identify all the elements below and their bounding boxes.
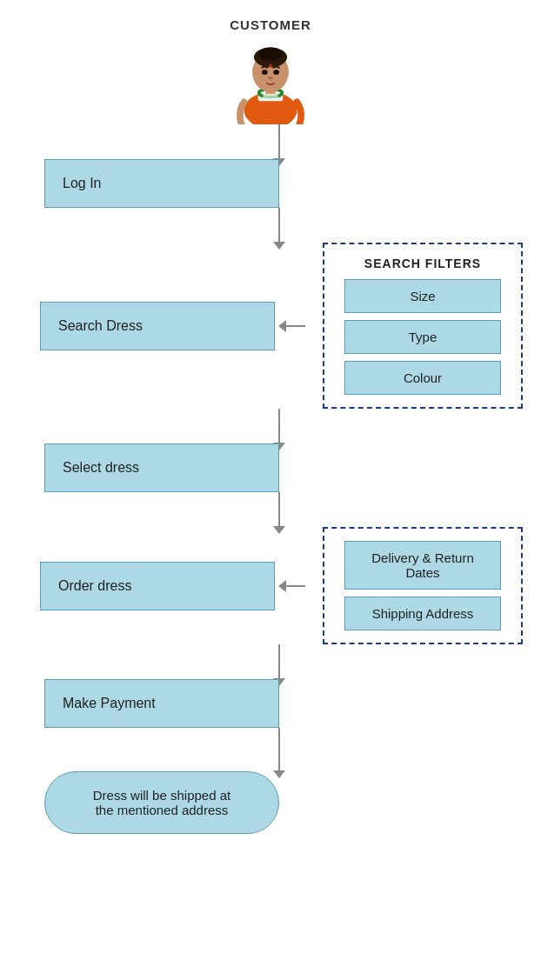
svg-point-10 bbox=[269, 63, 272, 67]
terminal-text: Dress will be shipped atthe mentioned ad… bbox=[93, 788, 230, 817]
terminal-row: Dress will be shipped atthe mentioned ad… bbox=[18, 771, 523, 834]
filter-size: Size bbox=[344, 279, 501, 313]
svg-point-6 bbox=[259, 47, 283, 60]
svg-point-7 bbox=[262, 70, 268, 75]
select-dress-box: Select dress bbox=[44, 443, 279, 492]
delivery-return-box: Delivery & Return Dates bbox=[344, 541, 501, 590]
arrow-login-to-search bbox=[278, 208, 280, 243]
search-row: Search Dress SEARCH FILTERS Size Type Co… bbox=[18, 243, 523, 409]
order-row: Order dress Delivery & Return Dates Ship… bbox=[18, 527, 523, 644]
arrow-payment-to-terminal bbox=[278, 728, 280, 771]
arrow-order-to-payment bbox=[278, 644, 280, 679]
customer-avatar bbox=[231, 37, 310, 124]
diagram-container: CUSTOMER bbox=[0, 0, 541, 980]
connector-search bbox=[279, 325, 305, 327]
shipping-address-box: Shipping Address bbox=[344, 597, 501, 630]
customer-section: CUSTOMER bbox=[230, 17, 311, 124]
connector-order bbox=[279, 585, 305, 587]
login-box: Log In bbox=[44, 159, 279, 208]
filter-type: Type bbox=[344, 320, 501, 354]
order-panel: Delivery & Return Dates Shipping Address bbox=[323, 527, 523, 644]
search-filters-panel: SEARCH FILTERS Size Type Colour bbox=[323, 243, 523, 409]
login-row: Log In bbox=[18, 159, 523, 208]
payment-row: Make Payment bbox=[18, 679, 523, 728]
arrow-select-to-order bbox=[278, 492, 280, 527]
make-payment-box: Make Payment bbox=[44, 679, 279, 728]
svg-point-9 bbox=[268, 77, 273, 80]
terminal-box: Dress will be shipped atthe mentioned ad… bbox=[44, 771, 279, 834]
svg-point-8 bbox=[273, 70, 279, 75]
filter-colour: Colour bbox=[344, 361, 501, 395]
arrow-customer-to-login bbox=[278, 124, 280, 159]
arrow-search-to-select bbox=[278, 409, 280, 443]
search-dress-box: Search Dress bbox=[40, 302, 275, 350]
order-dress-box: Order dress bbox=[40, 562, 275, 610]
svg-rect-11 bbox=[263, 94, 277, 101]
select-row: Select dress bbox=[18, 443, 523, 492]
customer-label: CUSTOMER bbox=[230, 17, 311, 32]
search-filters-title: SEARCH FILTERS bbox=[364, 257, 481, 270]
